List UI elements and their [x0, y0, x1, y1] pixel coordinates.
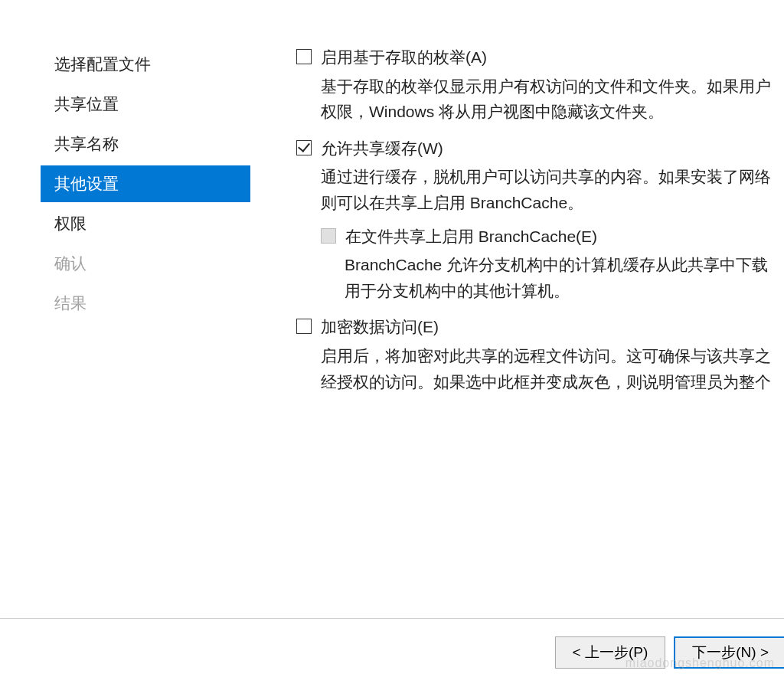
option-cache: 允许共享缓存(W) 通过进行缓存，脱机用户可以访问共享的内容。如果安装了网络则可…: [296, 136, 784, 304]
description-enumeration: 基于存取的枚举仅显示用户有权访问的文件和文件夹。如果用户权限，Windows 将…: [321, 74, 784, 125]
description-cache: 通过进行缓存，脱机用户可以访问共享的内容。如果安装了网络则可以在共享上启用 Br…: [321, 164, 784, 215]
sidebar-item-other-settings[interactable]: 其他设置: [41, 165, 250, 202]
checkbox-cache[interactable]: [296, 140, 312, 155]
option-branchcache: 在文件共享上启用 BranchCache(E) BranchCache 允许分支…: [321, 224, 784, 304]
wizard-content: 启用基于存取的枚举(A) 基于存取的枚举仅显示用户有权访问的文件和文件夹。如果用…: [250, 0, 784, 605]
wizard-sidebar: 选择配置文件 共享位置 共享名称 其他设置 权限 确认 结果: [0, 0, 250, 605]
description-branchcache: BranchCache 允许分支机构中的计算机缓存从此共享中下载用于分支机构中的…: [345, 252, 784, 303]
wizard-container: 选择配置文件 共享位置 共享名称 其他设置 权限 确认 结果 启用基于存取的枚举…: [0, 0, 784, 605]
label-encrypt: 加密数据访问(E): [321, 314, 439, 340]
back-button[interactable]: < 上一步(P): [555, 636, 666, 669]
next-button[interactable]: 下一步(N) >: [674, 636, 784, 669]
checkbox-enumeration[interactable]: [296, 49, 312, 64]
label-enumeration: 启用基于存取的枚举(A): [321, 44, 487, 70]
checkbox-branchcache: [321, 228, 336, 244]
sidebar-item-share-location[interactable]: 共享位置: [41, 86, 250, 123]
sidebar-item-permissions[interactable]: 权限: [41, 205, 250, 242]
label-cache: 允许共享缓存(W): [321, 136, 443, 162]
description-encrypt: 启用后，将加密对此共享的远程文件访问。这可确保与该共享之经授权的访问。如果选中此…: [321, 343, 784, 394]
footer-separator: [0, 618, 784, 619]
sidebar-item-share-name[interactable]: 共享名称: [41, 126, 250, 162]
checkbox-encrypt[interactable]: [296, 319, 312, 334]
sidebar-item-confirm: 确认: [41, 245, 250, 282]
option-enumeration: 启用基于存取的枚举(A) 基于存取的枚举仅显示用户有权访问的文件和文件夹。如果用…: [296, 44, 784, 125]
option-encrypt: 加密数据访问(E) 启用后，将加密对此共享的远程文件访问。这可确保与该共享之经授…: [296, 314, 784, 394]
wizard-footer: < 上一步(P) 下一步(N) >: [555, 636, 784, 669]
sidebar-item-select-config[interactable]: 选择配置文件: [41, 46, 250, 83]
sidebar-item-result: 结果: [41, 285, 250, 322]
label-branchcache: 在文件共享上启用 BranchCache(E): [345, 224, 597, 250]
